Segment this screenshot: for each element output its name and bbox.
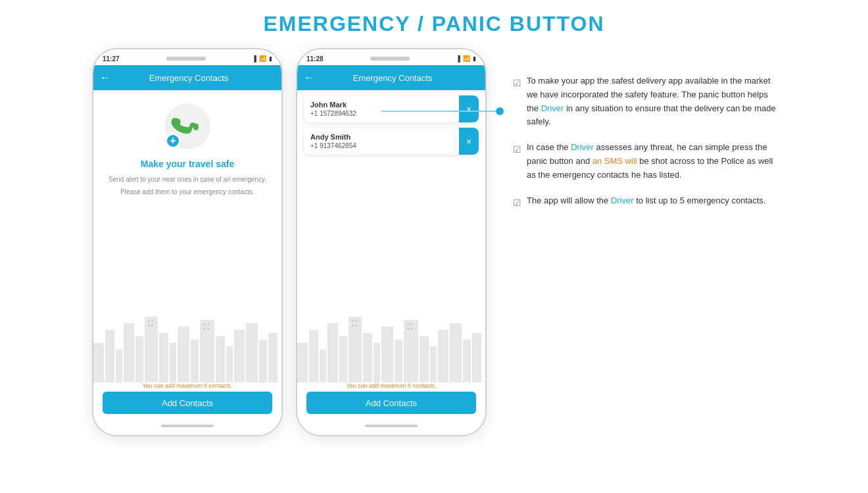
phone1-mockup: 11:27 ▐ 📶 ▮ ← Emergency Contacts — [92, 48, 283, 436]
svg-rect-18 — [148, 320, 150, 322]
phone1-back-arrow[interactable]: ← — [100, 72, 110, 84]
svg-rect-8 — [170, 343, 176, 382]
phone1-navbar: ← Emergency Contacts — [93, 65, 281, 90]
svg-rect-27 — [309, 330, 318, 382]
wifi-icon: 📶 — [259, 55, 266, 62]
phone1-notch — [166, 57, 206, 61]
svg-rect-40 — [450, 323, 462, 382]
contact-list: John Mark +1 1572894632 × Andy Smith +1 … — [297, 90, 485, 160]
svg-rect-1 — [93, 343, 104, 382]
phone2-screen: John Mark +1 1572894632 × Andy Smith +1 … — [297, 90, 485, 419]
svg-rect-14 — [234, 330, 245, 382]
svg-rect-30 — [339, 336, 347, 382]
svg-rect-2 — [105, 330, 114, 382]
phone2-nav-title: Emergency Contacts — [320, 73, 466, 83]
svg-rect-46 — [355, 324, 357, 326]
contact-phone-2: +1 9137462854 — [310, 142, 452, 149]
connector-dot — [496, 107, 504, 115]
phone1-nav-title: Emergency Contacts — [116, 73, 262, 83]
phone2-back-arrow[interactable]: ← — [304, 72, 314, 84]
phone2-footer: You can add maximum 5 contacts. Add Cont… — [297, 382, 485, 419]
svg-rect-25 — [207, 328, 209, 330]
phone2-time: 11:28 — [306, 55, 324, 63]
svg-rect-24 — [203, 328, 205, 330]
desc-text-3: The app will allow the Driver to list up… — [527, 194, 765, 208]
svg-rect-7 — [159, 333, 168, 382]
phone1-cityscape — [93, 303, 281, 382]
phone1-bottom — [93, 419, 281, 435]
contact-card-2: Andy Smith +1 9137462854 × — [304, 128, 479, 155]
signal-icon2: ▐ — [456, 55, 460, 62]
phone1-status-bar: 11:27 ▐ 📶 ▮ — [93, 49, 281, 65]
phone1-icon-area: + — [164, 103, 210, 149]
svg-rect-19 — [151, 320, 153, 322]
svg-rect-37 — [420, 336, 429, 382]
svg-rect-16 — [259, 340, 267, 382]
phone2-notch — [370, 57, 410, 61]
svg-rect-12 — [216, 336, 225, 382]
phone2-home-indicator — [365, 425, 418, 427]
phone1-time: 11:27 — [103, 55, 120, 63]
svg-rect-23 — [207, 323, 209, 325]
svg-rect-39 — [438, 330, 448, 382]
phone1-add-contacts-btn[interactable]: Add Contacts — [103, 392, 272, 414]
phone1-max-contacts: You can add maximum 5 contacts. — [142, 382, 232, 389]
svg-rect-45 — [352, 324, 354, 326]
svg-rect-34 — [381, 326, 393, 382]
phone2-max-contacts: You can add maximum 5 contacts. — [346, 382, 436, 389]
phone2-add-contacts-btn[interactable]: Add Contacts — [306, 392, 476, 414]
contact-card-1: John Mark +1 1572894632 × — [304, 95, 479, 122]
contact-remove-1[interactable]: × — [459, 95, 479, 122]
phone1-status-icons: ▐ 📶 ▮ — [253, 55, 272, 62]
contact-info-1: John Mark +1 1572894632 — [304, 95, 459, 122]
svg-rect-5 — [135, 336, 143, 382]
check-icon-1: ☑ — [513, 76, 521, 90]
check-icon-3: ☑ — [513, 195, 521, 210]
main-content: 11:27 ▐ 📶 ▮ ← Emergency Contacts — [0, 48, 868, 436]
notch-pill — [166, 57, 206, 61]
svg-rect-17 — [268, 333, 277, 382]
battery-icon2: ▮ — [473, 55, 476, 62]
svg-rect-44 — [355, 320, 357, 322]
svg-rect-35 — [395, 340, 402, 382]
svg-rect-32 — [363, 333, 372, 382]
travel-desc2: Please add them to your emergency contac… — [120, 187, 254, 197]
travel-safe-text: Make your travel safe — [141, 159, 234, 169]
phone1-home-indicator — [161, 425, 214, 427]
phone2-bottom — [297, 419, 485, 435]
phone2-navbar: ← Emergency Contacts — [297, 65, 485, 90]
contact-remove-2[interactable]: × — [459, 128, 479, 155]
svg-rect-22 — [203, 323, 205, 325]
connector-line — [381, 111, 500, 112]
contact-info-2: Andy Smith +1 9137462854 — [304, 128, 459, 155]
phone-plus-badge: + — [166, 134, 180, 148]
svg-rect-29 — [327, 323, 338, 382]
travel-desc1: Send alert to your near ones in case of … — [108, 174, 266, 184]
svg-rect-26 — [297, 343, 308, 382]
svg-rect-21 — [151, 324, 153, 326]
svg-rect-4 — [124, 323, 134, 382]
svg-rect-15 — [246, 323, 258, 382]
svg-rect-33 — [374, 343, 380, 382]
phone1-footer: You can add maximum 5 contacts. Add Cont… — [93, 382, 281, 419]
svg-rect-49 — [407, 328, 409, 330]
svg-rect-48 — [411, 323, 413, 325]
wifi-icon2: 📶 — [463, 55, 470, 62]
svg-rect-9 — [178, 326, 189, 382]
phone2-status-bar: 11:28 ▐ 📶 ▮ — [297, 49, 485, 65]
battery-icon: ▮ — [269, 55, 272, 62]
svg-rect-20 — [148, 324, 150, 326]
contact-name-1: John Mark — [310, 101, 452, 109]
desc-bullet-2: ☑ In case the Driver assesses any threat… — [513, 141, 776, 182]
svg-rect-28 — [320, 350, 326, 382]
notch-pill2 — [370, 57, 410, 61]
desc-text-2: In case the Driver assesses any threat, … — [527, 141, 776, 182]
page-title: EMERGENCY / PANIC BUTTON — [263, 12, 604, 36]
phone2-mockup: 11:28 ▐ 📶 ▮ ← Emergency Contacts John Ma… — [296, 48, 487, 436]
contact-name-2: Andy Smith — [310, 133, 452, 141]
desc-bullet-1: ☑ To make your app the safest delivery a… — [513, 74, 776, 129]
check-icon-2: ☑ — [513, 142, 521, 157]
desc-text-1: To make your app the safest delivery app… — [527, 74, 776, 129]
svg-rect-38 — [430, 346, 437, 382]
description-panel: ☑ To make your app the safest delivery a… — [500, 48, 776, 222]
